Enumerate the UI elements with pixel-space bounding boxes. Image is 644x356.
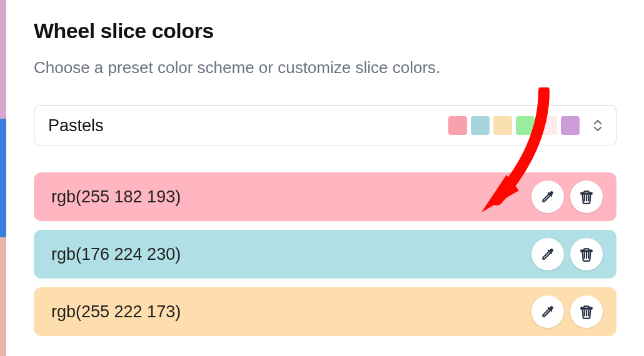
edit-color-button[interactable] — [531, 180, 564, 213]
slice-color-value: rgb(255 222 173) — [51, 302, 531, 322]
trash-icon — [578, 246, 595, 262]
preset-swatch — [516, 116, 535, 135]
edit-color-button[interactable] — [531, 295, 564, 328]
eyedropper-icon — [540, 304, 556, 320]
preset-swatch — [538, 116, 557, 135]
trash-icon — [578, 189, 595, 205]
delete-color-button[interactable] — [570, 180, 603, 213]
panel-title: Wheel slice colors — [34, 19, 616, 43]
eyedropper-icon — [540, 189, 556, 205]
preset-swatch — [561, 116, 580, 135]
wheel-slice-colors-panel: Wheel slice colors Choose a preset color… — [6, 0, 644, 356]
trash-icon — [578, 304, 595, 320]
slice-color-actions — [531, 180, 603, 213]
slice-color-row: rgb(255 222 173) — [34, 287, 616, 336]
slice-color-actions — [531, 295, 603, 328]
preset-swatch — [448, 116, 467, 135]
delete-color-button[interactable] — [570, 295, 603, 328]
slice-color-value: rgb(255 182 193) — [51, 187, 531, 207]
preset-swatch-group — [448, 116, 580, 135]
slice-color-list: rgb(255 182 193) rgb(176 224 230) — [34, 172, 616, 336]
preset-scheme-select[interactable]: Pastels — [34, 105, 616, 146]
eyedropper-icon — [540, 246, 556, 262]
preset-scheme-label: Pastels — [48, 116, 448, 136]
slice-color-row: rgb(255 182 193) — [34, 172, 616, 221]
panel-subtitle: Choose a preset color scheme or customiz… — [34, 58, 616, 77]
select-chevrons-icon — [593, 120, 602, 131]
preset-swatch — [471, 116, 490, 135]
preset-swatch — [493, 116, 512, 135]
slice-color-actions — [531, 238, 603, 270]
edit-color-button[interactable] — [531, 238, 564, 270]
background-color-slivers — [0, 0, 6, 356]
slice-color-row: rgb(176 224 230) — [34, 230, 616, 279]
slice-color-value: rgb(176 224 230) — [51, 245, 531, 264]
delete-color-button[interactable] — [570, 238, 603, 270]
